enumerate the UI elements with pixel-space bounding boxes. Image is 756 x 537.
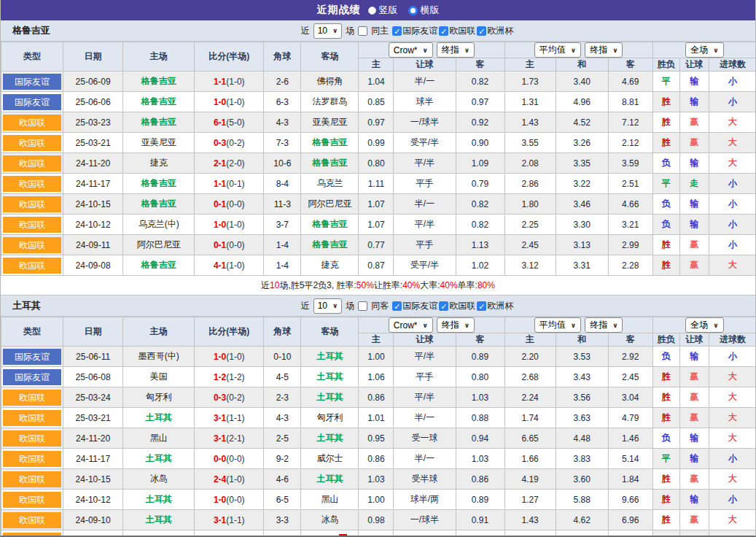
average-select[interactable]: 平均值∨ (534, 42, 581, 58)
corners: 10-6 (264, 153, 301, 174)
home-team: 格鲁吉亚 (123, 255, 195, 276)
match-type-cell: 欧国联 (1, 153, 63, 174)
match-type-cell: 欧国联 (1, 255, 63, 276)
league-checkbox[interactable]: ✓ (477, 301, 486, 311)
home-team: 格鲁吉亚 (123, 174, 195, 194)
league-checkbox[interactable]: ✓ (477, 26, 486, 36)
home-team: 土耳其 (123, 449, 195, 469)
avg-home-odds: 1.27 (504, 490, 556, 510)
chevron-down-icon: ∨ (464, 322, 469, 329)
competition-badge: 欧国联 (3, 471, 61, 487)
radio-vertical-icon[interactable] (368, 7, 376, 15)
handicap-result: 赢 (679, 387, 709, 408)
chevron-down-icon: ∨ (713, 47, 718, 54)
handicap-line: 平/半 (394, 387, 456, 408)
team-section-title: 土耳其 (12, 299, 41, 312)
goals-result: 大 (709, 387, 756, 408)
match-type-cell: 国际友谊 (1, 72, 63, 92)
winloss-result-text: 负 (662, 219, 671, 229)
match-type-cell: 欧国联 (1, 469, 63, 490)
handicap-line: 平手 (394, 530, 456, 537)
handicap-result-text: 走 (690, 178, 698, 188)
odds-provider-select[interactable]: Crow*∨ (389, 42, 433, 58)
halftime-score: (0-2) (226, 138, 244, 148)
goals-result-text: 小 (728, 453, 737, 463)
home-team: 威尔士 (123, 530, 195, 537)
winloss-result: 负 (652, 215, 679, 235)
league-filter-item: ✓欧国联 (439, 300, 475, 312)
handicap-line: 平/半 (394, 347, 456, 367)
avg-home-odds: 3.12 (504, 255, 556, 276)
avg-away-odds: 2.12 (608, 133, 652, 153)
scope-select[interactable]: 全场∨ (685, 42, 723, 58)
matches-table: 类型 日期 主场 比分(半场) 角球 客场 Crow*∨ 终指∨ (1, 42, 756, 276)
competition-badge: 欧国联 (3, 451, 61, 467)
avg-draw-odds: 3.13 (556, 235, 608, 255)
goals-result: 小 (709, 92, 756, 112)
odds-stage-select[interactable]: 终指∨ (437, 317, 475, 333)
halftime-score: (2-1) (226, 433, 244, 444)
avg-home-odds: 1.80 (504, 194, 556, 215)
league-checkbox[interactable]: ✓ (392, 26, 402, 36)
avg-draw-odds: 3.56 (556, 387, 608, 408)
handicap-result: 输 (679, 347, 709, 367)
avg-away-odds: 1.46 (608, 428, 652, 449)
handicap-result-text: 输 (690, 219, 698, 229)
summary-text: 场,胜5平2负3, 胜率: (279, 279, 356, 292)
avg-home-odds: 2.68 (504, 367, 556, 387)
handicap-result: 输 (679, 215, 709, 235)
match-count-select[interactable]: 10∨ (313, 298, 343, 314)
halftime-score: (1-2) (226, 372, 244, 382)
goals-result-text: 大 (728, 392, 737, 402)
odds-provider-select[interactable]: Crow*∨ (389, 317, 433, 333)
league-checkbox[interactable]: ✓ (439, 26, 448, 36)
radio-horizontal-layout[interactable]: 横版 (408, 4, 440, 17)
col-away: 客场 (301, 42, 359, 72)
average-stage-select[interactable]: 终指∨ (585, 42, 623, 58)
team-name: 美国 (150, 371, 168, 382)
match-row: 欧国联25-03-21亚美尼亚0-3(0-2)7-3格鲁吉亚0.99受平/半0.… (1, 133, 756, 153)
avg-away-odds: 7.12 (608, 112, 652, 133)
match-row: 国际友谊25-06-09格鲁吉亚1-1(1-0)2-6佛得角1.04半/一0.8… (1, 72, 756, 92)
winloss-result-text: 平 (662, 178, 671, 188)
chevron-down-icon: ∨ (464, 47, 469, 54)
league-filter-group: ✓国际友谊✓欧国联✓欧洲杯 (392, 300, 513, 312)
subcol-avg-home: 主 (504, 58, 556, 72)
radio-vertical-layout[interactable]: 竖版 (368, 4, 398, 17)
fulltime-score: 1-0 (214, 352, 226, 362)
goals-result-text: 小 (728, 198, 737, 209)
team-name: 捷克 (321, 260, 338, 270)
away-team: 佛得角 (301, 72, 359, 92)
winloss-result: 平 (652, 72, 679, 92)
same-venue-checkbox[interactable] (358, 301, 367, 311)
scope-select[interactable]: 全场∨ (685, 317, 723, 333)
avg-draw-odds: 3.31 (556, 255, 608, 276)
league-checkbox[interactable]: ✓ (439, 301, 448, 311)
match-type-cell: 欧国联 (1, 215, 63, 235)
match-count-select[interactable]: 10∨ (313, 23, 343, 39)
handicap-result-text: 赢 (690, 412, 698, 422)
average-stage-select[interactable]: 终指∨ (585, 317, 623, 333)
summary-text: 让胜率: (374, 279, 402, 292)
halftime-score: (0-1) (226, 179, 244, 189)
halftime-score: (1-0) (226, 220, 244, 230)
match-score: 0-0(0-0) (195, 449, 264, 469)
avg-away-odds: 4.66 (608, 194, 652, 215)
fulltime-score: 0-3 (214, 393, 226, 403)
home-team: 亚美尼亚 (123, 133, 195, 153)
average-select[interactable]: 平均值∨ (534, 317, 581, 333)
home-team: 土耳其 (123, 510, 195, 530)
competition-badge: 欧国联 (3, 135, 61, 151)
competition-badge: 国际友谊 (3, 369, 61, 385)
corners: 1-4 (264, 255, 301, 276)
away-odds: 0.90 (456, 133, 504, 153)
subcol-home-odds: 主 (359, 333, 394, 347)
home-team: 格鲁吉亚 (123, 112, 195, 133)
summary-text: 单率: (458, 279, 478, 292)
odds-stage-select[interactable]: 终指∨ (437, 42, 475, 58)
league-checkbox[interactable]: ✓ (392, 301, 402, 311)
radio-horizontal-icon[interactable] (408, 6, 418, 15)
avg-draw-odds: 4.96 (556, 92, 608, 112)
recent-results-panel: 近期战绩 竖版 横版 格鲁吉亚 近 10∨ 场 同主 ✓ (0, 0, 756, 537)
same-venue-checkbox[interactable] (358, 26, 367, 36)
